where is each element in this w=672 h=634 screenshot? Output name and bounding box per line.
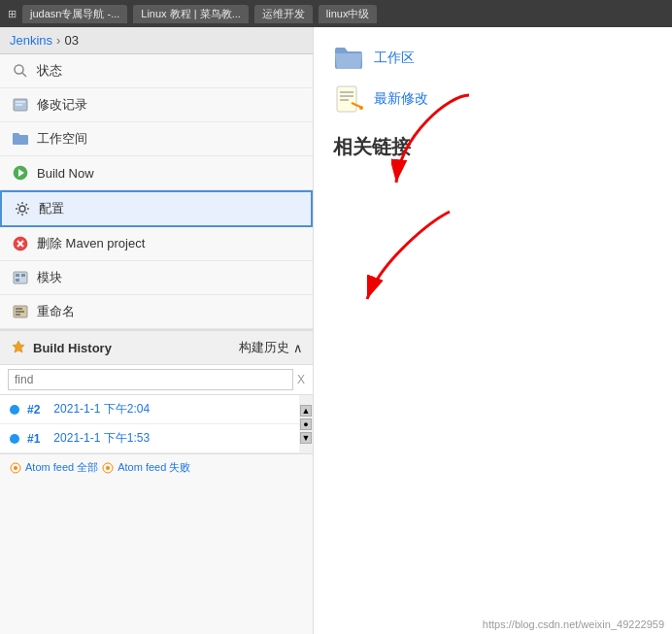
changes-icon	[12, 96, 29, 114]
svg-rect-13	[21, 274, 25, 277]
workspace-link-item[interactable]: 工作区	[333, 43, 653, 74]
tab-linux[interactable]: Linux 教程 | 菜鸟教...	[133, 5, 249, 23]
history-icon	[10, 339, 27, 356]
sidebar-status-label: 状态	[37, 62, 62, 80]
sidebar: Jenkins › 03 状态 修改记录	[0, 27, 314, 634]
sidebar-modules-label: 模块	[37, 269, 62, 286]
build-link-1[interactable]: #1	[27, 432, 40, 446]
scroll-mid-btn[interactable]: ●	[300, 418, 312, 430]
sidebar-rename-label: 重命名	[37, 303, 75, 320]
latest-changes-link-item[interactable]: 最新修改	[333, 83, 653, 115]
svg-point-0	[15, 65, 23, 74]
breadcrumb: Jenkins › 03	[0, 27, 313, 54]
build-list-container: #2 2021-1-1 下午2:04 #1 2021-1-1 下午1:53 ▲ …	[0, 395, 313, 453]
sidebar-item-modules[interactable]: 模块	[0, 261, 313, 295]
breadcrumb-sep: ›	[56, 33, 60, 48]
find-clear-button[interactable]: X	[297, 373, 305, 386]
links-section: 工作区 最新修改	[333, 43, 653, 115]
breadcrumb-current: 03	[64, 33, 78, 48]
build-time-1: 2021-1-1 下午1:53	[53, 430, 150, 447]
svg-rect-11	[14, 272, 27, 284]
browser-bar: ⊞ judasn专属导航 -... Linux 教程 | 菜鸟教... 运维开发…	[0, 0, 672, 27]
scroll-down-btn[interactable]: ▼	[300, 432, 312, 444]
delete-icon	[12, 235, 29, 252]
svg-rect-12	[16, 274, 19, 277]
scroll-up-btn[interactable]: ▲	[300, 405, 312, 417]
build-item-2[interactable]: #2 2021-1-1 下午2:04	[0, 395, 313, 424]
tab-devops[interactable]: 运维开发	[254, 5, 313, 23]
svg-rect-24	[337, 86, 356, 112]
search-icon	[12, 62, 29, 80]
svg-point-22	[106, 466, 110, 470]
watermark: https://blog.csdn.net/weixin_49222959	[483, 618, 664, 630]
related-links-title: 相关链接	[333, 134, 653, 160]
chevron-up-icon[interactable]: ∧	[293, 341, 303, 355]
find-bar: X	[0, 365, 313, 395]
atom-fail-link[interactable]: Atom feed 失败	[118, 460, 190, 475]
svg-point-7	[19, 206, 25, 212]
main-wrapper: Jenkins › 03 状态 修改记录	[0, 27, 672, 634]
sidebar-workspace-label: 工作空间	[37, 130, 87, 148]
latest-changes-link-text[interactable]: 最新修改	[374, 90, 428, 108]
apps-icon[interactable]: ⊞	[8, 8, 17, 20]
build-history-title: Build History	[33, 341, 112, 355]
gear-icon	[14, 200, 31, 217]
svg-point-29	[359, 106, 363, 110]
workspace-folder-icon	[333, 43, 364, 74]
sidebar-item-rename[interactable]: 重命名	[0, 295, 313, 329]
atom-icon-fail	[102, 462, 114, 474]
folder-icon	[12, 130, 29, 148]
build-history-header: Build History 构建历史 ∧	[0, 329, 313, 365]
sidebar-item-changes[interactable]: 修改记录	[0, 88, 313, 122]
svg-marker-19	[13, 341, 24, 352]
svg-line-1	[22, 73, 26, 77]
sidebar-configure-label: 配置	[39, 200, 64, 217]
rename-icon	[12, 303, 29, 320]
sidebar-item-delete[interactable]: 删除 Maven project	[0, 227, 313, 261]
workspace-link-text[interactable]: 工作区	[374, 50, 415, 67]
build-time-2: 2021-1-1 下午2:04	[53, 401, 150, 417]
build-history-zh: 构建历史	[239, 339, 289, 356]
content-area: 工作区 最新修改 相关链接	[314, 27, 672, 634]
document-icon	[333, 83, 364, 115]
build-history-left: Build History	[10, 339, 112, 356]
atom-full-link[interactable]: Atom feed 全部	[25, 460, 98, 475]
find-input[interactable]	[8, 369, 293, 390]
build-history-right: 构建历史 ∧	[239, 339, 303, 356]
atom-icon-full	[10, 462, 21, 474]
tab-judasn[interactable]: judasn专属导航 -...	[22, 5, 127, 23]
tab-linux-mid[interactable]: linux中级	[319, 5, 378, 23]
atom-footer: Atom feed 全部 Atom feed 失败	[0, 453, 313, 481]
build-status-dot-1	[10, 434, 19, 444]
module-icon	[12, 269, 29, 286]
arrow-2	[362, 202, 479, 318]
build-link-2[interactable]: #2	[27, 403, 40, 417]
svg-point-20	[14, 466, 17, 470]
svg-rect-14	[16, 279, 19, 282]
scroll-controls: ▲ ● ▼	[299, 395, 313, 453]
build-status-dot-2	[10, 405, 19, 415]
sidebar-delete-label: 删除 Maven project	[37, 235, 145, 252]
breadcrumb-jenkins[interactable]: Jenkins	[10, 33, 52, 48]
sidebar-build-now-label: Build Now	[37, 166, 94, 181]
play-icon	[12, 164, 29, 182]
build-item-1[interactable]: #1 2021-1-1 下午1:53	[0, 424, 313, 453]
sidebar-item-configure[interactable]: 配置	[0, 190, 313, 227]
sidebar-item-status[interactable]: 状态	[0, 54, 313, 88]
sidebar-item-workspace[interactable]: 工作空间	[0, 122, 313, 156]
sidebar-item-build-now[interactable]: Build Now	[0, 156, 313, 190]
sidebar-changes-label: 修改记录	[37, 96, 87, 114]
